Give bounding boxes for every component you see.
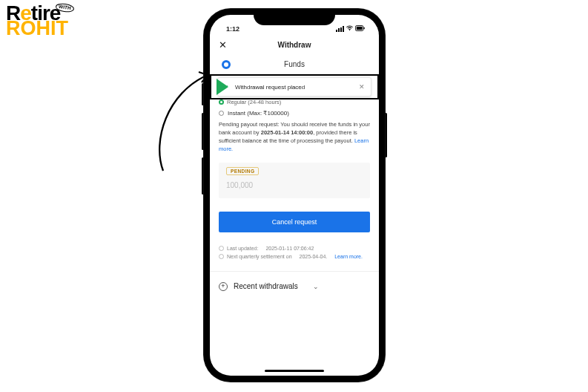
close-icon[interactable]: ✕ [219,39,227,50]
option-instant[interactable]: Instant (Max: ₹100000) [219,110,370,117]
status-time: 1:12 [226,25,240,33]
svg-point-0 [349,30,350,30]
pending-amount: 100,000 [226,181,363,189]
svg-rect-3 [363,27,364,30]
recent-withdrawals-row[interactable]: + Recent withdrawals ⌄ [219,282,370,321]
radio-unselected-icon [219,111,224,116]
clock-icon [219,254,224,259]
broker-logo-icon [222,60,231,69]
option-regular[interactable]: Regular (24-48 hours) [219,99,281,105]
chevron-down-icon: ⌄ [313,283,319,290]
annotation-green-arrow [217,79,228,95]
brand-logo: Retire WITH ROHIT [6,4,68,37]
page-title: Withdraw [278,41,311,49]
pending-badge: PENDING [226,167,259,175]
pending-amount-card: PENDING 100,000 [219,163,370,198]
battery-icon [355,25,366,33]
broker-row[interactable]: Funds [210,55,379,74]
pending-notice: Pending payout request: You should recei… [219,121,370,154]
broker-label: Funds [284,60,305,68]
app-screen: 1:12 ✕ Withdraw Funds [210,15,379,376]
meta-info: Last updated: 2025-01-11 07:06:42 Next q… [219,244,370,261]
signal-icon [336,26,344,32]
recent-withdrawals-label: Recent withdrawals [234,282,298,290]
svg-rect-2 [357,27,363,30]
wifi-icon [346,25,353,33]
radio-selected-icon [219,99,224,105]
cancel-request-button[interactable]: Cancel request [219,212,370,232]
phone-mock: 1:12 ✕ Withdraw Funds [204,9,385,382]
titlebar: ✕ Withdraw [210,34,379,55]
learn-more-link-2[interactable]: Learn more. [334,252,363,261]
phone-notch [254,9,335,25]
toast-message: Withdrawal request placed [235,84,305,91]
divider [210,271,379,272]
toast-close-icon[interactable]: ✕ [359,83,365,91]
option-instant-label: Instant (Max: ₹100000) [228,110,289,117]
clock-icon [219,246,224,251]
option-regular-label: Regular (24-48 hours) [227,99,281,105]
home-indicator[interactable] [265,370,324,372]
success-toast: ✓ Withdrawal request placed ✕ [217,77,371,97]
plus-circle-icon: + [219,282,228,291]
